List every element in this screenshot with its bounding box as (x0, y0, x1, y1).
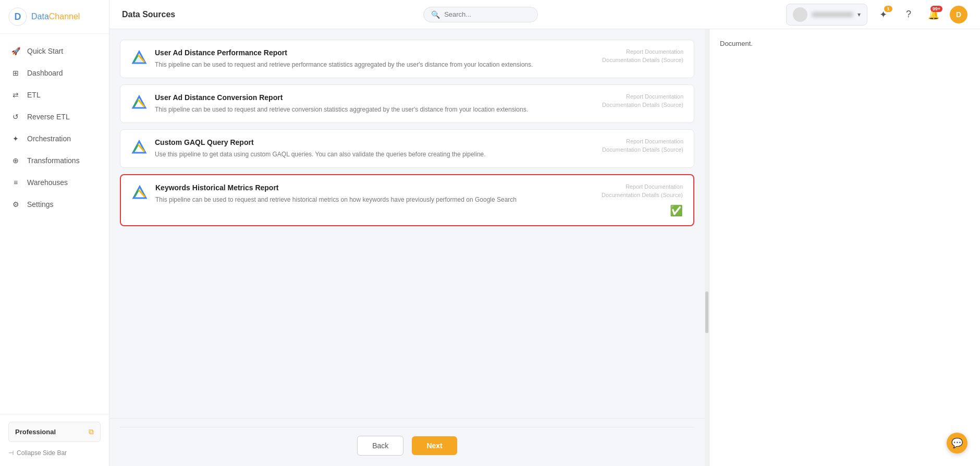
pipeline-card-keywords-historical[interactable]: Keywords Historical Metrics Report This … (120, 174, 694, 226)
card-info: Custom GAQL Query Report Use this pipeli… (155, 138, 600, 159)
card-desc: This pipeline can be used to request and… (155, 60, 600, 69)
external-link-icon: ⧉ (89, 427, 94, 436)
star-button[interactable]: ✦ 1 (875, 6, 892, 23)
report-doc-link[interactable]: Report Documentation (626, 183, 683, 190)
chat-bubble-button[interactable]: 💬 (947, 433, 967, 453)
logo-icon: D (8, 7, 27, 26)
rocket-icon: 🚀 (10, 46, 21, 56)
sidebar-item-dashboard[interactable]: ⊞ Dashboard (0, 62, 109, 84)
pipeline-card-user-ad-distance-conversion[interactable]: User Ad Distance Conversion Report This … (120, 84, 694, 123)
sidebar-item-settings[interactable]: ⚙ Settings (0, 193, 109, 215)
transformations-icon: ⊕ (10, 155, 21, 166)
user-dropdown[interactable]: ▾ (786, 4, 867, 26)
professional-box[interactable]: Professional ⧉ (8, 422, 101, 442)
sidebar-item-etl[interactable]: ⇄ ETL (0, 84, 109, 106)
collapse-icon: ⊣ (8, 449, 14, 457)
left-panel: User Ad Distance Performance Report This… (109, 29, 705, 466)
settings-icon: ⚙ (10, 199, 21, 210)
logo: D DataChannel (0, 0, 109, 34)
back-button[interactable]: Back (357, 436, 403, 456)
card-desc: This pipeline can be used to request and… (155, 195, 599, 204)
chevron-down-icon: ▾ (858, 11, 861, 18)
etl-icon: ⇄ (10, 90, 21, 100)
topbar: Data Sources 🔍 ▾ ✦ 1 ? 🔔 99+ D (109, 0, 980, 29)
sidebar-item-orchestration[interactable]: ✦ Orchestration (0, 128, 109, 150)
doc-panel: Document. (709, 29, 980, 466)
sidebar-item-label: ETL (27, 91, 41, 99)
user-avatar-button[interactable]: D (950, 6, 967, 23)
card-left: Keywords Historical Metrics Report This … (131, 183, 599, 204)
card-title: User Ad Distance Performance Report (155, 48, 600, 57)
sidebar-item-warehouses[interactable]: ≡ Warehouses (0, 171, 109, 193)
card-desc: This pipeline can be used to request and… (155, 105, 600, 114)
report-doc-link[interactable]: Report Documentation (626, 48, 683, 55)
report-doc-link[interactable]: Report Documentation (626, 93, 683, 100)
search-box[interactable]: 🔍 (423, 7, 538, 22)
card-info: User Ad Distance Performance Report This… (155, 48, 600, 69)
pipeline-list: User Ad Distance Performance Report This… (120, 40, 694, 237)
pipeline-card-custom-gaql[interactable]: Custom GAQL Query Report Use this pipeli… (120, 129, 694, 168)
card-right: Report Documentation Documentation Detai… (600, 48, 683, 63)
doc-details-link[interactable]: Documentation Details (Source) (602, 102, 683, 108)
help-button[interactable]: ? (900, 6, 917, 23)
main-area: Data Sources 🔍 ▾ ✦ 1 ? 🔔 99+ D (109, 0, 980, 466)
action-buttons: Back Next (120, 436, 694, 456)
google-ads-icon (131, 94, 148, 111)
google-ads-icon (131, 50, 148, 66)
card-desc: Use this pipeline to get data using cust… (155, 150, 600, 159)
card-left: User Ad Distance Performance Report This… (131, 48, 600, 69)
sidebar-item-quick-start[interactable]: 🚀 Quick Start (0, 40, 109, 62)
sidebar: D DataChannel 🚀 Quick Start ⊞ Dashboard … (0, 0, 109, 466)
search-input[interactable] (444, 10, 528, 18)
card-info: Keywords Historical Metrics Report This … (155, 183, 599, 204)
report-doc-link[interactable]: Report Documentation (626, 138, 683, 144)
doc-panel-content: Document. (720, 40, 970, 47)
next-button[interactable]: Next (412, 436, 457, 455)
sidebar-item-label: Transformations (27, 156, 80, 165)
orchestration-icon: ✦ (10, 133, 21, 144)
google-ads-icon (131, 185, 148, 201)
scroll-thumb (705, 291, 708, 333)
doc-details-link[interactable]: Documentation Details (Source) (602, 57, 683, 63)
doc-details-link[interactable]: Documentation Details (Source) (602, 192, 683, 198)
card-title: User Ad Distance Conversion Report (155, 93, 600, 102)
user-name (812, 12, 853, 17)
sidebar-item-reverse-etl[interactable]: ↺ Reverse ETL (0, 106, 109, 128)
sidebar-item-label: Quick Start (27, 47, 63, 55)
collapse-label: Collapse Side Bar (17, 449, 67, 457)
card-right: Report Documentation Documentation Detai… (599, 183, 683, 217)
logo-text: DataChannel (31, 12, 80, 21)
notification-badge: 99+ (930, 6, 942, 12)
warehouses-icon: ≡ (10, 177, 21, 188)
collapse-sidebar-button[interactable]: ⊣ Collapse Side Bar (8, 447, 101, 459)
google-ads-icon (131, 139, 148, 156)
page-title: Data Sources (122, 10, 175, 19)
card-title: Custom GAQL Query Report (155, 138, 600, 146)
doc-details-link[interactable]: Documentation Details (Source) (602, 146, 683, 153)
sidebar-item-label: Dashboard (27, 69, 63, 77)
scroll-track[interactable] (705, 29, 709, 466)
card-info: User Ad Distance Conversion Report This … (155, 93, 600, 114)
divider (120, 427, 694, 427)
content-area: User Ad Distance Performance Report This… (109, 29, 980, 466)
pipeline-list-panel: User Ad Distance Performance Report This… (109, 29, 705, 418)
professional-label: Professional (15, 428, 56, 436)
card-left: Custom GAQL Query Report Use this pipeli… (131, 138, 600, 159)
topbar-actions: ▾ ✦ 1 ? 🔔 99+ D (786, 4, 967, 26)
avatar (793, 7, 807, 22)
star-badge: 1 (884, 6, 892, 12)
chat-icon: 💬 (951, 437, 963, 449)
sidebar-item-label: Orchestration (27, 134, 71, 143)
pipeline-card-user-ad-distance-performance[interactable]: User Ad Distance Performance Report This… (120, 40, 694, 78)
card-right: Report Documentation Documentation Detai… (600, 93, 683, 108)
card-right: Report Documentation Documentation Detai… (600, 138, 683, 153)
notifications-button[interactable]: 🔔 99+ (925, 6, 942, 23)
reverse-etl-icon: ↺ (10, 112, 21, 122)
sidebar-item-label: Reverse ETL (27, 113, 70, 121)
sidebar-item-transformations[interactable]: ⊕ Transformations (0, 150, 109, 171)
dashboard-icon: ⊞ (10, 68, 21, 78)
sidebar-item-label: Settings (27, 200, 54, 209)
svg-text:D: D (15, 11, 21, 22)
sidebar-footer: Professional ⧉ ⊣ Collapse Side Bar (0, 414, 109, 466)
selected-check-icon: ✅ (670, 204, 683, 217)
